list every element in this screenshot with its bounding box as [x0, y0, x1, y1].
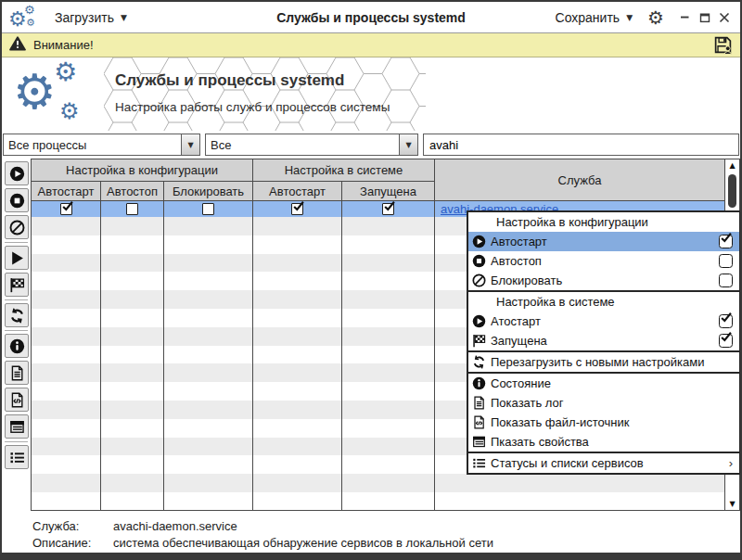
- chevron-down-icon: ▼: [405, 141, 411, 149]
- warning-bar: Внимание!: [2, 33, 740, 57]
- menu-item[interactable]: Запущена: [468, 331, 739, 350]
- maximize-button[interactable]: [698, 11, 711, 24]
- status-panel: Служба: avachi-daemon.service Описание: …: [2, 511, 740, 553]
- column-header[interactable]: Автостарт: [32, 182, 101, 200]
- menu-checkbox[interactable]: [719, 334, 733, 348]
- menu-item[interactable]: Автостоп: [468, 251, 739, 271]
- filter-row: Все процессы ▼ Все ▼: [2, 131, 740, 159]
- block-icon: [9, 220, 25, 235]
- save-menu-button[interactable]: Сохранить ▼: [556, 10, 633, 25]
- toolbar-separator: [5, 242, 28, 243]
- source-icon: [9, 392, 25, 408]
- page-title: Службы и процессы systemd: [115, 71, 390, 90]
- toolbar-button-block[interactable]: [5, 215, 29, 239]
- minimize-button[interactable]: [679, 11, 692, 24]
- toolbar-separator: [5, 441, 28, 442]
- save-as-floppy-icon[interactable]: [713, 35, 733, 55]
- menu-item[interactable]: Показать файл-источник: [468, 413, 739, 432]
- menu-item[interactable]: Показать лог: [468, 393, 739, 413]
- save-menu-label: Сохранить: [556, 10, 620, 25]
- flag-icon: [471, 334, 486, 349]
- row-checkbox[interactable]: [382, 203, 394, 215]
- toolbar-button-info[interactable]: [5, 334, 29, 358]
- scrollbar-thumb[interactable]: [728, 174, 736, 208]
- menu-item[interactable]: Перезагрузить с новыми настройками: [468, 352, 739, 372]
- row-checkbox[interactable]: [202, 203, 214, 215]
- triangle-up-icon: ▲: [729, 162, 735, 170]
- column-header[interactable]: Запущена: [342, 182, 434, 200]
- chevron-down-icon: ▼: [187, 141, 193, 149]
- list-icon: [471, 456, 486, 471]
- app-window: ⚙ ⚙ ⚙ Загрузить ▼ Службы и процессы syst…: [0, 0, 742, 560]
- combo-dropdown-button[interactable]: ▼: [399, 134, 417, 155]
- process-filter-select[interactable]: Все процессы ▼: [3, 134, 200, 156]
- list-icon: [9, 450, 25, 465]
- page-subtitle: Настройка работы служб и процессов систе…: [115, 100, 390, 114]
- menu-item[interactable]: Состояние: [468, 374, 739, 393]
- settings-gear-icon[interactable]: ⚙: [647, 8, 664, 27]
- menu-checkbox[interactable]: [719, 254, 733, 268]
- load-menu-button[interactable]: Загрузить ▼: [55, 10, 127, 25]
- toolbar-button-source[interactable]: [5, 388, 29, 412]
- menu-item[interactable]: Атостарт: [468, 312, 739, 331]
- menu-item[interactable]: Блокировать: [468, 271, 739, 290]
- service-label: Служба:: [32, 519, 113, 533]
- config-group-header: Настройка в конфигурации: [32, 159, 252, 182]
- properties-icon: [471, 435, 486, 450]
- row-checkbox[interactable]: [126, 203, 138, 215]
- log-icon: [471, 396, 486, 411]
- play-circle-icon: [471, 235, 486, 249]
- type-filter-select[interactable]: Все ▼: [205, 134, 418, 156]
- refresh-icon: [9, 308, 25, 324]
- source-icon: [471, 415, 486, 430]
- description-label: Описание:: [32, 536, 113, 550]
- chevron-down-icon: ▼: [626, 13, 633, 22]
- refresh-icon: [471, 355, 486, 370]
- scroll-down-button[interactable]: ▼: [725, 498, 739, 510]
- app-logo-gears-icon: ⚙ ⚙ ⚙: [13, 59, 104, 130]
- column-header[interactable]: Автостоп: [101, 182, 164, 200]
- page-header: ⚙ ⚙ ⚙ Службы и процессы systemd Настройк…: [2, 57, 740, 131]
- warning-label: Внимание!: [33, 38, 94, 52]
- column-header[interactable]: Автостарт: [253, 182, 342, 200]
- menu-checkbox[interactable]: [719, 235, 733, 248]
- menu-section-header: Настройка в системе: [468, 292, 739, 312]
- column-header[interactable]: Блокировать: [164, 182, 252, 200]
- row-checkbox[interactable]: [60, 203, 72, 215]
- toolbar-button-stop-circle[interactable]: [5, 188, 29, 212]
- toolbar-button-refresh[interactable]: [5, 303, 29, 327]
- combo-dropdown-button[interactable]: ▼: [181, 134, 199, 155]
- toolbar-button-properties[interactable]: [5, 414, 29, 439]
- toolbar-button-start[interactable]: [5, 246, 29, 270]
- menu-checkbox[interactable]: [719, 314, 733, 328]
- toolbar-button-log[interactable]: [5, 361, 29, 385]
- chevron-down-icon: ▼: [121, 13, 127, 22]
- search-input[interactable]: [423, 134, 739, 156]
- menu-section-header: Настройка в конфигурации: [468, 212, 739, 232]
- system-group-header: Настройка в системе: [253, 159, 434, 182]
- play-circle-icon: [9, 166, 25, 182]
- stop-circle-icon: [9, 193, 25, 209]
- title-bar: ⚙ ⚙ ⚙ Загрузить ▼ Службы и процессы syst…: [2, 2, 740, 33]
- flag-icon: [9, 277, 25, 293]
- toolbar-button-flag[interactable]: [5, 273, 29, 297]
- row-checkbox[interactable]: [291, 203, 303, 215]
- start-icon: [9, 250, 25, 266]
- menu-item[interactable]: Автостарт: [468, 232, 739, 251]
- menu-item[interactable]: Статусы и списки сервисов›: [468, 453, 739, 473]
- toolbar-separator: [5, 330, 28, 331]
- system-group-column: Настройка в системе Автостарт Запущена: [253, 159, 435, 200]
- menu-item[interactable]: Пказать свойства: [468, 432, 739, 452]
- load-menu-label: Загрузить: [55, 10, 114, 25]
- service-column-header[interactable]: Служба: [435, 159, 724, 200]
- close-button[interactable]: [718, 11, 731, 24]
- toolbar-button-play-circle[interactable]: [5, 161, 29, 185]
- toolbar-button-list[interactable]: [5, 445, 29, 469]
- scroll-up-button[interactable]: ▲: [725, 159, 739, 172]
- left-toolbar: [2, 159, 31, 511]
- play-circle-icon: [471, 314, 486, 329]
- menu-checkbox[interactable]: [719, 274, 733, 287]
- stop-circle-icon: [471, 254, 486, 269]
- table-header: Настройка в конфигурации Автостарт Автос…: [32, 159, 724, 201]
- info-icon: [9, 338, 25, 354]
